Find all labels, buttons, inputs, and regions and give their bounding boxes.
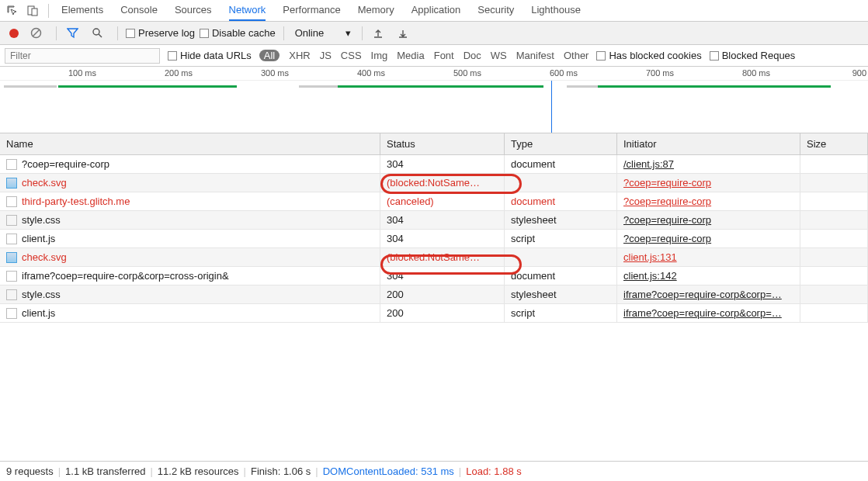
upload-har-icon[interactable] [370, 26, 386, 41]
filter-type-js[interactable]: JS [320, 50, 332, 61]
request-type: script [505, 304, 617, 323]
overview-timeline[interactable]: 100 ms200 ms300 ms400 ms500 ms600 ms700 … [0, 67, 868, 133]
initiator-link[interactable]: iframe?coep=require-corp&corp=… [623, 289, 782, 300]
device-toggle-icon[interactable] [25, 3, 40, 19]
request-type [505, 174, 617, 192]
request-status: 200 [380, 304, 505, 323]
filter-type-font[interactable]: Font [434, 50, 454, 61]
col-status[interactable]: Status [380, 133, 505, 154]
tab-memory[interactable]: Memory [358, 0, 394, 21]
initiator-link[interactable]: /client.js:87 [623, 158, 674, 170]
disable-cache-checkbox[interactable]: Disable cache [200, 27, 276, 39]
request-status: 304 [380, 267, 505, 285]
request-name: style.css [22, 214, 61, 226]
tab-performance[interactable]: Performance [283, 0, 340, 21]
filter-type-manifest[interactable]: Manifest [516, 50, 554, 61]
tick: 700 ms [646, 68, 674, 78]
inspect-icon[interactable] [5, 3, 20, 19]
initiator-link[interactable]: ?coep=require-corp [623, 233, 711, 244]
status-bar: 9 requests| 1.1 kB transferred| 11.2 kB … [0, 461, 868, 481]
request-name: style.css [22, 289, 61, 300]
svg-rect-1 [32, 9, 37, 16]
preserve-log-checkbox[interactable]: Preserve log [126, 27, 195, 39]
download-har-icon[interactable] [395, 26, 411, 41]
status-requests: 9 requests [6, 465, 54, 477]
table-row[interactable]: third-party-test.glitch.me(canceled)docu… [0, 192, 868, 211]
svg-line-3 [33, 29, 40, 36]
request-size [800, 304, 868, 323]
request-type: script [505, 230, 617, 248]
initiator-link[interactable]: ?coep=require-corp [623, 214, 711, 226]
initiator-link[interactable]: ?coep=require-corp [623, 196, 711, 207]
filter-type-ws[interactable]: WS [491, 50, 507, 61]
blocked-requests-label: Blocked Reques [722, 50, 796, 61]
network-toolbar: Preserve log Disable cache Online ▾ [0, 22, 868, 45]
request-size [800, 248, 868, 267]
preserve-log-label: Preserve log [138, 27, 195, 39]
tab-network[interactable]: Network [229, 0, 266, 21]
image-file-icon [6, 252, 17, 263]
filter-type-css[interactable]: CSS [341, 50, 362, 61]
filter-icon[interactable] [64, 26, 80, 41]
initiator-link[interactable]: client.js:131 [623, 251, 677, 263]
tick: 400 ms [357, 68, 385, 78]
col-size[interactable]: Size [800, 133, 868, 154]
request-name: check.svg [22, 177, 67, 189]
divider [48, 4, 49, 18]
table-row[interactable]: ?coep=require-corp304document/client.js:… [0, 155, 868, 174]
tab-application[interactable]: Application [411, 0, 461, 21]
table-row[interactable]: check.svg(blocked:NotSame…?coep=require-… [0, 174, 868, 192]
document-file-icon [6, 159, 17, 170]
col-name[interactable]: Name [0, 133, 380, 154]
has-blocked-cookies-checkbox[interactable]: Has blocked cookies [596, 50, 701, 61]
filter-type-img[interactable]: Img [371, 50, 388, 61]
record-button[interactable] [9, 29, 19, 38]
filter-type-all[interactable]: All [259, 50, 279, 61]
divider [117, 26, 118, 40]
request-size [800, 267, 868, 285]
tab-elements[interactable]: Elements [61, 0, 103, 21]
document-file-icon [6, 234, 17, 244]
request-status: (blocked:NotSame… [380, 174, 505, 192]
filter-type-xhr[interactable]: XHR [289, 50, 310, 61]
request-size [800, 192, 868, 211]
col-type[interactable]: Type [505, 133, 617, 154]
request-name: iframe?coep=require-corp&corp=cross-orig… [22, 270, 229, 282]
request-type: document [505, 155, 617, 174]
request-name: check.svg [22, 251, 67, 263]
tab-console[interactable]: Console [120, 0, 158, 21]
throttling-select[interactable]: Online ▾ [292, 27, 355, 39]
tab-sources[interactable]: Sources [175, 0, 212, 21]
request-status: 304 [380, 211, 505, 230]
request-size [800, 174, 868, 192]
request-size [800, 211, 868, 230]
table-row[interactable]: client.js200scriptiframe?coep=require-co… [0, 304, 868, 323]
initiator-link[interactable]: iframe?coep=require-corp&corp=… [623, 307, 782, 319]
table-row[interactable]: check.svg(blocked:NotSame…client.js:131 [0, 248, 868, 267]
search-icon[interactable] [89, 26, 105, 41]
filter-types: AllXHRJSCSSImgMediaFontDocWSManifestOthe… [259, 50, 589, 61]
filter-type-doc[interactable]: Doc [464, 50, 481, 61]
devtools-tabs: ElementsConsoleSourcesNetworkPerformance… [52, 0, 581, 21]
document-file-icon [6, 215, 17, 226]
request-type: document [505, 267, 617, 285]
filter-input[interactable] [5, 48, 160, 64]
clear-icon[interactable] [28, 26, 43, 41]
filter-type-other[interactable]: Other [564, 50, 589, 61]
request-type: stylesheet [505, 211, 617, 230]
hide-data-urls-checkbox[interactable]: Hide data URLs [168, 50, 252, 61]
request-status: (canceled) [380, 192, 505, 211]
table-row[interactable]: iframe?coep=require-corp&corp=cross-orig… [0, 267, 868, 285]
request-type: document [505, 192, 617, 211]
table-row[interactable]: style.css200stylesheetiframe?coep=requir… [0, 285, 868, 304]
tab-lighthouse[interactable]: Lighthouse [531, 0, 581, 21]
table-row[interactable]: client.js304script?coep=require-corp [0, 230, 868, 248]
col-initiator[interactable]: Initiator [617, 133, 800, 154]
tab-security[interactable]: Security [477, 0, 514, 21]
table-row[interactable]: style.css304stylesheet?coep=require-corp [0, 211, 868, 230]
tick: 900 [852, 68, 866, 78]
filter-type-media[interactable]: Media [397, 50, 424, 61]
initiator-link[interactable]: ?coep=require-corp [623, 177, 711, 189]
initiator-link[interactable]: client.js:142 [623, 270, 677, 282]
blocked-requests-checkbox[interactable]: Blocked Reques [710, 50, 796, 61]
